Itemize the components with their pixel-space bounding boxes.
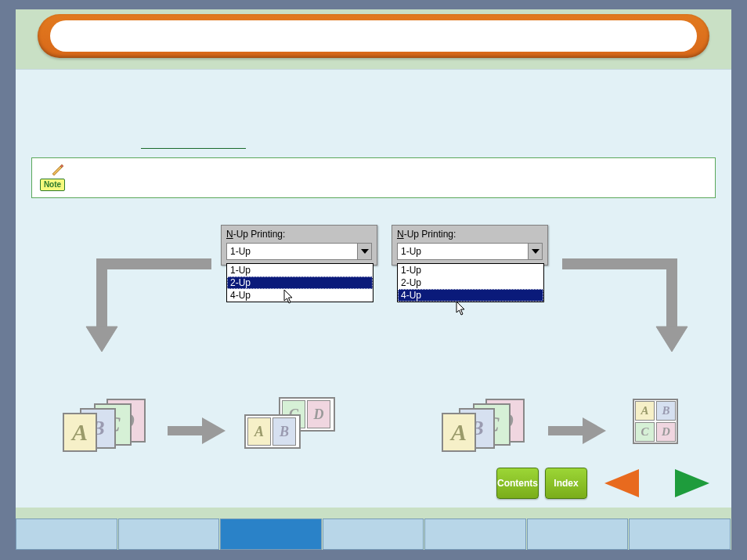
dropdown-display[interactable]: 1-Up: [226, 243, 372, 260]
arrow-right-icon: [548, 417, 606, 444]
page-body: Note N-Up Printing: 1-Up 1-Up2-Up4-Up N-…: [16, 69, 731, 508]
bottom-tab[interactable]: [527, 518, 629, 550]
svg-rect-0: [168, 426, 204, 435]
note-box: Note: [31, 157, 716, 198]
nup-dropdown-left[interactable]: N-Up Printing: 1-Up 1-Up2-Up4-Up: [221, 225, 377, 266]
dropdown-arrow-icon[interactable]: [528, 244, 542, 259]
title-bar: [38, 14, 709, 58]
dropdown-label: N-Up Printing:: [392, 226, 547, 241]
contents-button[interactable]: Contents: [496, 468, 539, 499]
index-button[interactable]: Index: [545, 468, 587, 499]
bottom-tab[interactable]: [220, 518, 322, 550]
bottom-tab[interactable]: [629, 518, 731, 550]
next-button[interactable]: [672, 468, 714, 499]
dropdown-option[interactable]: 1-Up: [227, 264, 373, 276]
nup-dropdown-right[interactable]: N-Up Printing: 1-Up 1-Up2-Up4-Up: [392, 225, 548, 266]
cursor-icon: [456, 301, 467, 316]
dropdown-option[interactable]: 2-Up: [227, 276, 373, 289]
dropdown-list[interactable]: 1-Up2-Up4-Up: [226, 263, 374, 302]
bottom-tab[interactable]: [118, 518, 220, 550]
svg-rect-1: [548, 426, 584, 435]
result-2up-front: A B: [244, 414, 301, 449]
bottom-tab[interactable]: [424, 518, 526, 550]
note-icon: Note: [40, 164, 70, 191]
flow-arrow-left: [78, 256, 219, 358]
arrow-right-icon: [168, 417, 226, 444]
page-a: A: [63, 413, 97, 452]
tab-strip: [16, 518, 731, 550]
title-bar-inner: [50, 20, 697, 52]
dropdown-option[interactable]: 1-Up: [398, 264, 543, 276]
prev-button[interactable]: [600, 468, 642, 499]
dropdown-display[interactable]: 1-Up: [397, 243, 543, 260]
dropdown-arrow-icon[interactable]: [357, 244, 371, 259]
result-4up: A B C D: [633, 399, 678, 444]
bottom-tab[interactable]: [16, 518, 117, 550]
dropdown-option[interactable]: 4-Up: [398, 289, 543, 302]
note-label: Note: [40, 179, 65, 191]
dropdown-option[interactable]: 4-Up: [227, 289, 373, 302]
dropdown-label: N-Up Printing:: [222, 226, 377, 241]
dropdown-list[interactable]: 1-Up2-Up4-Up: [397, 263, 544, 302]
flow-arrow-right: [554, 256, 695, 358]
dropdown-option[interactable]: 2-Up: [398, 276, 543, 289]
bottom-tab[interactable]: [323, 518, 424, 550]
hyperlink-placeholder[interactable]: [141, 148, 246, 149]
page-a: A: [442, 413, 476, 452]
